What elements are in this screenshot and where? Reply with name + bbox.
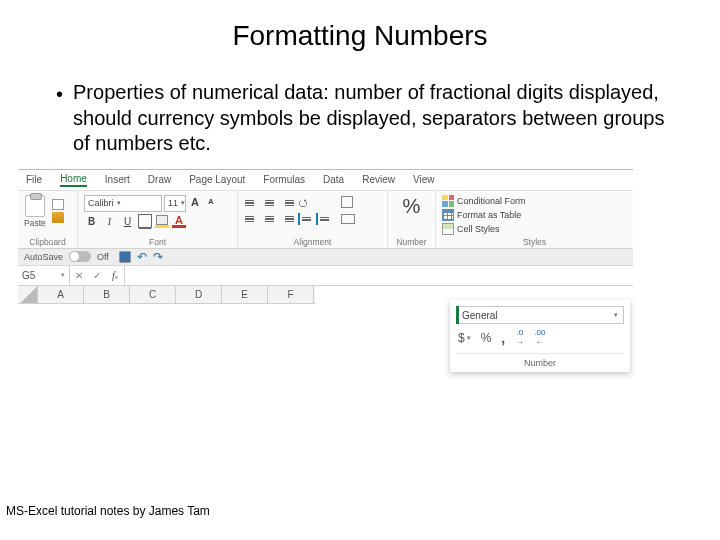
borders-button[interactable]: [138, 214, 152, 228]
tab-view[interactable]: View: [413, 174, 435, 185]
increase-decimal-button[interactable]: .0→: [515, 329, 524, 346]
font-color-button[interactable]: A: [172, 215, 186, 228]
tab-home[interactable]: Home: [60, 173, 87, 187]
bullet-text: Properties of numerical data: number of …: [73, 80, 680, 157]
align-center-icon[interactable]: [262, 213, 277, 225]
col-header[interactable]: B: [84, 286, 130, 303]
conditional-formatting-button[interactable]: Conditional Form: [442, 195, 627, 207]
align-left-icon[interactable]: [244, 213, 259, 225]
chevron-down-icon: ▾: [61, 271, 65, 279]
wrap-text-icon: [341, 196, 353, 208]
col-header[interactable]: F: [268, 286, 314, 303]
chevron-down-icon: ▾: [614, 311, 618, 319]
underline-button[interactable]: U: [120, 214, 135, 229]
format-table-icon: [442, 209, 454, 221]
enter-formula-icon[interactable]: ✓: [88, 270, 106, 281]
font-name-combo[interactable]: Calibri ▾: [84, 195, 162, 212]
tab-review[interactable]: Review: [362, 174, 395, 185]
excel-screenshot: File Home Insert Draw Page Layout Formul…: [18, 169, 633, 304]
autosave-toggle[interactable]: [69, 251, 91, 262]
group-font: Calibri ▾ 11 ▾ A A B I U: [78, 191, 238, 248]
tab-page-layout[interactable]: Page Layout: [189, 174, 245, 185]
cancel-formula-icon[interactable]: ✕: [70, 270, 88, 281]
col-header[interactable]: A: [38, 286, 84, 303]
number-format-popout: General ▾ $ ▾ % , .0→ .00← Number: [450, 300, 630, 372]
currency-style-button[interactable]: $ ▾: [458, 331, 471, 345]
wrap-text-button[interactable]: [339, 195, 357, 210]
clipboard-label: Clipboard: [24, 237, 71, 247]
number-format-value: General: [462, 310, 498, 321]
fill-swatch: [155, 225, 169, 228]
merge-icon: [341, 214, 355, 224]
conditional-formatting-icon: [442, 195, 454, 207]
tab-draw[interactable]: Draw: [148, 174, 171, 185]
select-all-corner[interactable]: [18, 286, 38, 303]
bullet-list: • Properties of numerical data: number o…: [56, 80, 680, 157]
orientation-icon[interactable]: ⭯: [298, 197, 312, 211]
increase-decimal-icon: .0: [516, 329, 523, 337]
undo-icon[interactable]: ↶: [137, 251, 147, 263]
bullet-item: • Properties of numerical data: number o…: [56, 80, 680, 157]
slide-footer: MS-Excel tutorial notes by James Tam: [6, 504, 210, 518]
autosave-label: AutoSave: [24, 252, 63, 262]
increase-indent-icon[interactable]: [316, 213, 331, 225]
redo-icon[interactable]: ↷: [153, 251, 163, 263]
fill-color-button[interactable]: [155, 215, 169, 228]
decrease-decimal-button[interactable]: .00←: [534, 329, 545, 346]
group-alignment: ⭯ Alignment: [238, 191, 388, 248]
font-size-value: 11: [168, 198, 178, 208]
align-right-icon[interactable]: [280, 213, 295, 225]
percent-style-icon[interactable]: %: [403, 195, 421, 218]
fx-icon[interactable]: fx: [106, 270, 124, 281]
tab-data[interactable]: Data: [323, 174, 344, 185]
comma-style-button[interactable]: ,: [501, 330, 505, 346]
italic-button[interactable]: I: [102, 214, 117, 229]
font-size-combo[interactable]: 11 ▾: [164, 195, 186, 212]
align-top-icon[interactable]: [244, 197, 259, 209]
increase-font-icon[interactable]: A: [188, 195, 202, 209]
group-styles: Conditional Form Format as Table Cell St…: [436, 191, 633, 248]
bucket-icon: [156, 215, 168, 225]
merge-center-button[interactable]: [339, 212, 357, 227]
percent-style-button[interactable]: %: [481, 331, 492, 345]
autosave-state: Off: [97, 252, 109, 262]
decrease-decimal-icon: .00: [534, 329, 545, 337]
alignment-label: Alignment: [244, 237, 381, 247]
number-popout-label: Number: [456, 358, 624, 368]
font-label: Font: [84, 237, 231, 247]
col-header[interactable]: D: [176, 286, 222, 303]
bullet-marker: •: [56, 82, 63, 157]
slide-title: Formatting Numbers: [0, 20, 720, 52]
decrease-font-icon[interactable]: A: [204, 195, 218, 209]
format-painter-icon[interactable]: [52, 212, 64, 223]
number-label: Number: [394, 237, 429, 247]
name-box-value: G5: [22, 270, 35, 281]
formula-bar: G5 ▾ ✕ ✓ fx: [18, 266, 633, 286]
number-format-combo[interactable]: General ▾: [456, 306, 624, 324]
save-icon[interactable]: [119, 251, 131, 263]
cell-styles-button[interactable]: Cell Styles: [442, 223, 627, 235]
ribbon-tabs: File Home Insert Draw Page Layout Formul…: [18, 170, 633, 190]
bold-button[interactable]: B: [84, 214, 99, 229]
column-headers: A B C D E F: [18, 286, 315, 304]
format-as-table-button[interactable]: Format as Table: [442, 209, 627, 221]
copy-icon[interactable]: [52, 199, 64, 210]
col-header[interactable]: C: [130, 286, 176, 303]
decrease-indent-icon[interactable]: [298, 213, 313, 225]
currency-icon: $: [458, 331, 465, 345]
group-number: % Number: [388, 191, 436, 248]
formula-input[interactable]: [125, 266, 633, 285]
tab-formulas[interactable]: Formulas: [263, 174, 305, 185]
tab-file[interactable]: File: [26, 174, 42, 185]
align-middle-icon[interactable]: [262, 197, 277, 209]
quick-access-toolbar: AutoSave Off ↶ ↷: [18, 249, 633, 266]
paste-button[interactable]: Paste: [24, 195, 46, 228]
tab-insert[interactable]: Insert: [105, 174, 130, 185]
format-table-label: Format as Table: [457, 210, 521, 220]
col-header[interactable]: E: [222, 286, 268, 303]
chevron-down-icon: ▾: [117, 199, 121, 207]
name-box[interactable]: G5 ▾: [18, 265, 70, 285]
align-bottom-icon[interactable]: [280, 197, 295, 209]
cell-styles-icon: [442, 223, 454, 235]
font-color-swatch: [172, 225, 186, 228]
